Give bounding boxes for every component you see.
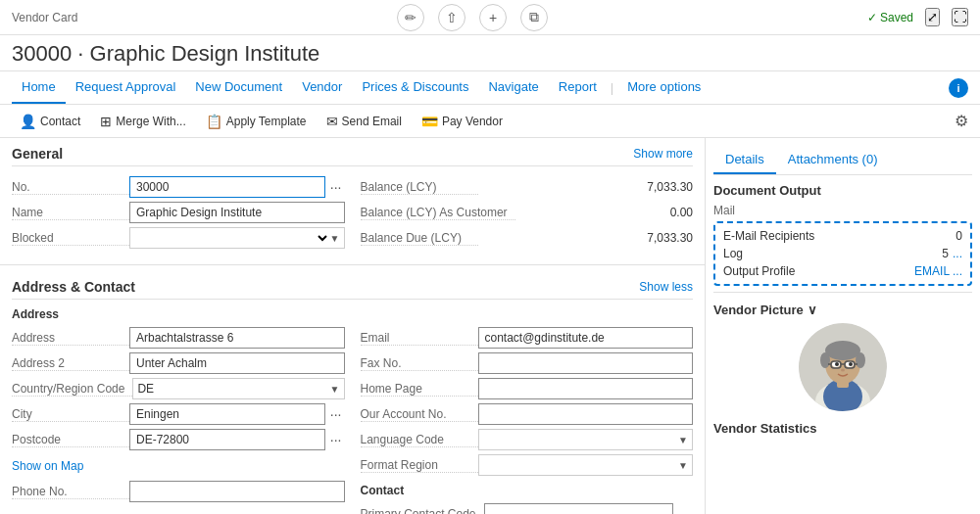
- primary-contact-input[interactable]: [484, 503, 674, 514]
- format-label: Format Region: [361, 458, 478, 473]
- email-recipients-row: E-Mail Recipients 0: [723, 227, 962, 245]
- contact-icon: 👤: [20, 114, 36, 129]
- log-dots-link[interactable]: ...: [953, 247, 962, 260]
- breadcrumb: Vendor Card: [12, 11, 77, 24]
- language-label: Language Code: [361, 433, 478, 447]
- show-on-map-link[interactable]: Show on Map: [12, 459, 83, 473]
- send-email-button[interactable]: ✉ Send Email: [318, 110, 410, 133]
- copy-icon-button[interactable]: ⧉: [520, 4, 548, 31]
- postcode-input[interactable]: [129, 429, 325, 450]
- name-label: Name: [12, 206, 129, 220]
- country-value: DE: [137, 382, 329, 396]
- address-left: Address Address Address 2 C: [12, 307, 345, 514]
- name-input-wrap: [129, 202, 345, 223]
- fullscreen-icon-button[interactable]: ⛶: [952, 8, 968, 26]
- chevron-down-icon: ▼: [330, 233, 340, 244]
- balance-due-label: Balance Due (LCY): [361, 231, 478, 246]
- output-profile-value[interactable]: EMAIL ...: [914, 264, 962, 278]
- no-input-wrap: ···: [129, 176, 345, 198]
- city-dots-button[interactable]: ···: [327, 405, 345, 423]
- show-more-link[interactable]: Show more: [633, 147, 693, 161]
- share-icon-button[interactable]: ⇧: [438, 4, 466, 31]
- tab-more-options[interactable]: More options: [617, 71, 710, 104]
- balance-label: Balance (LCY): [361, 180, 478, 195]
- blocked-dropdown[interactable]: ▼: [129, 227, 345, 249]
- email-recipients-value: 0: [956, 229, 962, 243]
- show-less-link[interactable]: Show less: [639, 280, 693, 294]
- tab-vendor[interactable]: Vendor: [292, 71, 352, 104]
- city-input[interactable]: [129, 403, 325, 425]
- blocked-input-wrap: ▼: [129, 227, 345, 249]
- tab-navigate[interactable]: Navigate: [478, 71, 548, 104]
- top-bar-center-icons: ✏ ⇧ + ⧉: [397, 4, 548, 31]
- tab-details[interactable]: Details: [713, 146, 776, 174]
- tab-home[interactable]: Home: [12, 71, 66, 104]
- name-input[interactable]: [129, 202, 345, 223]
- address-subtitle: Address: [12, 307, 345, 321]
- top-bar-right: ✓ Saved ⤢ ⛶: [867, 8, 968, 26]
- tab-report[interactable]: Report: [549, 71, 607, 104]
- email-recipients-label: E-Mail Recipients: [723, 229, 814, 243]
- address-title: Address & Contact: [12, 279, 135, 295]
- apply-template-button[interactable]: 📋 Apply Template: [198, 110, 315, 133]
- output-profile-label: Output Profile: [723, 264, 795, 278]
- address2-row: Address 2: [12, 350, 345, 376]
- saved-badge: ✓ Saved: [867, 11, 913, 24]
- blocked-select[interactable]: [134, 230, 330, 246]
- action-bar-right: ⚙: [955, 112, 968, 130]
- fax-input[interactable]: [478, 352, 694, 374]
- template-icon: 📋: [206, 114, 222, 129]
- email-input[interactable]: [478, 327, 694, 349]
- our-account-row: Our Account No.: [361, 401, 694, 427]
- tab-request-approval[interactable]: Request Approval: [66, 71, 186, 104]
- email-row: Email: [361, 325, 694, 350]
- action-bar: 👤 Contact ⊞ Merge With... 📋 Apply Templa…: [0, 105, 980, 138]
- city-row: City ···: [12, 401, 345, 427]
- country-dropdown[interactable]: DE ▼: [132, 378, 344, 399]
- merge-with-button[interactable]: ⊞ Merge With...: [92, 110, 193, 133]
- contact-sub-label: Contact: [361, 484, 694, 497]
- show-on-map: Show on Map: [12, 458, 345, 473]
- language-dropdown[interactable]: ▼: [478, 429, 694, 450]
- balance-customer-value: 0.00: [515, 206, 693, 219]
- share-icon: ⇧: [446, 10, 458, 25]
- contact-right: . Email Fax No. Home Page: [361, 307, 694, 514]
- no-input[interactable]: [129, 176, 325, 198]
- address2-input[interactable]: [129, 352, 345, 374]
- homepage-row: Home Page: [361, 376, 694, 401]
- nav-info-icon[interactable]: i: [949, 78, 968, 98]
- general-left-col: No. ··· Name Blocked: [12, 174, 345, 251]
- address-input[interactable]: [129, 327, 345, 349]
- homepage-input[interactable]: [478, 378, 694, 399]
- no-dots-button[interactable]: ···: [327, 178, 345, 196]
- expand-icon-button[interactable]: ⤢: [925, 8, 940, 26]
- our-account-input[interactable]: [478, 403, 694, 425]
- primary-contact-dots-button[interactable]: ···: [675, 505, 693, 514]
- settings-icon[interactable]: ⚙: [955, 113, 968, 129]
- tab-prices-discounts[interactable]: Prices & Discounts: [352, 71, 478, 104]
- divider-1: [0, 264, 705, 265]
- language-chevron-icon: ▼: [678, 435, 688, 445]
- homepage-label: Home Page: [361, 382, 478, 397]
- log-value: 5 ...: [942, 247, 962, 260]
- vendor-picture-title[interactable]: Vendor Picture ∨: [713, 303, 972, 317]
- merge-icon: ⊞: [100, 114, 112, 129]
- postcode-row: Postcode ···: [12, 427, 345, 452]
- pay-vendor-button[interactable]: 💳 Pay Vendor: [414, 110, 511, 133]
- svg-point-5: [825, 341, 860, 360]
- format-dropdown[interactable]: ▼: [478, 454, 694, 476]
- right-tabs: Details Attachments (0): [713, 146, 972, 175]
- pay-icon: 💳: [421, 114, 438, 129]
- plus-icon-button[interactable]: +: [479, 4, 507, 31]
- phone-input[interactable]: [129, 481, 345, 502]
- contact-subtitle-spacer: .: [361, 307, 694, 321]
- tab-new-document[interactable]: New Document: [185, 71, 292, 104]
- fax-row: Fax No.: [361, 350, 694, 376]
- tab-attachments[interactable]: Attachments (0): [776, 146, 890, 174]
- no-label: No.: [12, 180, 129, 195]
- pencil-icon-button[interactable]: ✏: [397, 4, 424, 31]
- address-section-header: Address & Contact Show less: [12, 279, 693, 300]
- balance-due-row: Balance Due (LCY) 7,033.30: [361, 225, 694, 251]
- contact-button[interactable]: 👤 Contact: [12, 110, 88, 133]
- postcode-dots-button[interactable]: ···: [327, 431, 345, 448]
